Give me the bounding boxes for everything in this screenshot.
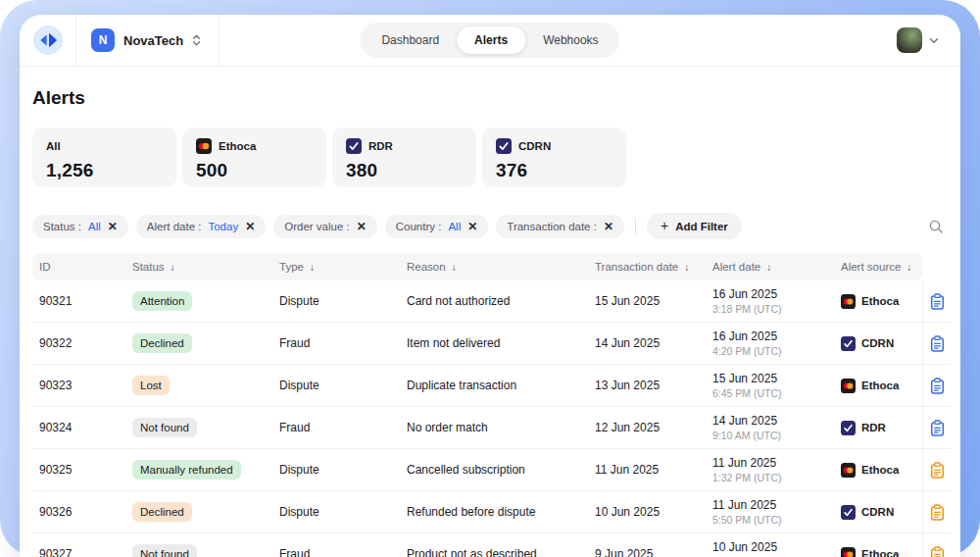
cell-alert-date: 14 Jun 20259:10 AM (UTC) [706,414,834,441]
verifi-check-icon [841,421,856,435]
cell-alert-date: 11 Jun 20251:32 PM (UTC) [706,456,834,483]
cell-alert-source: CDRN [834,505,922,520]
org-selector[interactable]: N NovaTech [76,15,219,67]
table-header-row: IDStatus↓Type↓Reason↓Transaction date↓Al… [32,253,951,280]
filter-chip-country[interactable]: Country :All✕ [385,215,489,238]
close-icon[interactable]: ✕ [108,221,118,232]
copy-alert-button[interactable] [928,502,947,523]
card-value: 380 [346,160,463,181]
plus-icon: + [661,219,668,232]
chevron-up-down-icon [192,34,201,46]
copy-alert-button[interactable] [928,291,947,312]
cell-id: 90324 [32,421,125,434]
cell-type: Dispute [272,379,400,392]
sort-desc-icon: ↓ [684,262,689,273]
filter-chip-order-value[interactable]: Order value :✕ [273,215,377,238]
table-row-90322[interactable]: 90322DeclinedFraudItem not delivered14 J… [32,323,951,365]
filter-chip-status[interactable]: Status :All✕ [32,215,128,238]
table-row-90324[interactable]: 90324Not foundFraudNo order match12 Jun … [32,407,951,449]
cell-type: Dispute [272,505,400,519]
status-badge: Not found [132,544,197,557]
chip-value: All [88,221,101,232]
cell-status: Lost [125,376,272,395]
cell-alert-date: 16 Jun 20254:20 PM (UTC) [706,329,834,357]
cell-status: Manually refunded [125,460,272,480]
cell-reason: Cancelled subscription [400,463,588,477]
cell-actions [922,533,951,557]
cell-transaction-date: 15 Jun 2025 [588,294,706,308]
cell-type: Fraud [272,336,400,350]
column-header-reason[interactable]: Reason↓ [400,253,588,280]
header-divider [219,15,220,67]
tab-webhooks[interactable]: Webhooks [525,26,615,54]
cell-status: Not found [125,418,272,437]
nav-tabs: DashboardAlertsWebhooks [360,23,619,58]
account-menu[interactable] [897,27,960,53]
close-icon[interactable]: ✕ [467,221,477,232]
status-badge: Manually refunded [132,460,241,480]
copy-alert-button[interactable] [928,544,947,557]
close-icon[interactable]: ✕ [357,221,367,232]
column-header-status[interactable]: Status↓ [125,253,272,280]
cell-status: Declined [125,333,272,353]
org-name: NovaTech [123,33,183,48]
cell-alert-date: 15 Jun 20256:45 PM (UTC) [706,372,834,399]
cell-transaction-date: 13 Jun 2025 [588,379,706,392]
cell-reason: Item not delivered [400,336,588,350]
column-header-id: ID [32,253,125,280]
cell-transaction-date: 10 Jun 2025 [588,505,706,519]
summary-cards: All1,256Ethoca500RDR380CDRN376 [32,127,951,187]
cell-type: Fraud [272,547,400,557]
chevron-down-icon[interactable] [929,37,939,44]
brand-logo[interactable] [20,25,75,55]
summary-card-rdr[interactable]: RDR380 [332,127,476,187]
alerts-table: IDStatus↓Type↓Reason↓Transaction date↓Al… [32,253,951,557]
tab-alerts[interactable]: Alerts [457,26,525,54]
logo-icon [33,25,63,55]
table-row-90325[interactable]: 90325Manually refundedDisputeCancelled s… [32,449,951,491]
cell-id: 90321 [32,294,125,308]
tab-dashboard[interactable]: Dashboard [364,26,457,54]
filter-chip-alert-date[interactable]: Alert date :Today✕ [136,215,266,238]
cell-actions [922,449,951,490]
avatar[interactable] [897,27,922,53]
close-icon[interactable]: ✕ [245,221,255,232]
cell-reason: Product not as described [400,547,588,557]
chip-value: All [448,221,461,232]
table-row-90327[interactable]: 90327Not foundFraudProduct not as descri… [32,533,951,557]
copy-alert-button[interactable] [928,333,947,354]
cell-transaction-date: 9 Jun 2025 [588,547,706,557]
copy-alert-button[interactable] [928,376,947,396]
column-header-type[interactable]: Type↓ [272,253,400,280]
column-header-transaction-date[interactable]: Transaction date↓ [588,253,706,280]
cell-alert-source: Ethoca [834,463,922,478]
table-row-90321[interactable]: 90321AttentionDisputeCard not authorized… [32,280,951,323]
card-label: CDRN [518,140,551,152]
close-icon[interactable]: ✕ [604,221,613,232]
summary-card-ethoca[interactable]: Ethoca500 [182,127,326,187]
verifi-check-icon [841,336,856,351]
cell-transaction-date: 12 Jun 2025 [588,421,706,434]
table-row-90323[interactable]: 90323LostDisputeDuplicate transaction13 … [32,365,951,407]
copy-alert-button[interactable] [928,418,947,438]
column-header-alert-date[interactable]: Alert date↓ [706,253,834,280]
cell-status: Declined [125,502,272,522]
chip-value: Today [208,221,238,232]
column-header-alert-source[interactable]: Alert source↓ [834,253,922,280]
add-filter-button[interactable]: + Add Filter [647,213,742,239]
cell-id: 90327 [32,547,125,557]
card-label: RDR [368,140,393,152]
summary-card-all[interactable]: All1,256 [32,127,176,187]
status-badge: Declined [132,333,192,353]
summary-card-cdrn[interactable]: CDRN376 [482,127,626,187]
cell-type: Dispute [272,463,400,477]
search-icon[interactable] [928,219,944,234]
copy-alert-button[interactable] [928,460,947,481]
status-badge: Declined [132,502,192,522]
filter-chip-transaction-date[interactable]: Transaction date :✕ [496,215,624,238]
app-window: N NovaTech DashboardAlertsWebhooks Alert… [20,15,960,557]
table-row-90326[interactable]: 90326DeclinedDisputeRefunded before disp… [32,491,951,533]
cell-reason: Duplicate transaction [400,379,588,392]
cell-alert-source: CDRN [834,336,922,351]
cell-actions [922,280,951,322]
